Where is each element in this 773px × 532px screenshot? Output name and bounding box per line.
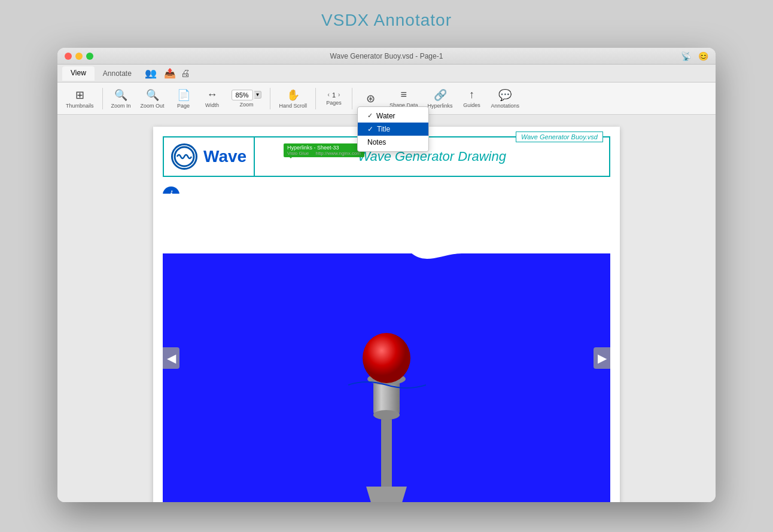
- zoom-input[interactable]: [232, 90, 253, 100]
- wave-logo: [171, 143, 197, 170]
- maximize-button[interactable]: [86, 53, 93, 60]
- thumbnails-button[interactable]: ⊞ Thumbnails: [62, 87, 98, 110]
- hand-scroll-button[interactable]: ✋ Hand Scroll: [275, 87, 311, 110]
- layers-menu: Water Title Notes: [357, 106, 429, 152]
- page-next-button[interactable]: ›: [338, 91, 340, 98]
- width-button[interactable]: ↔ Width: [199, 87, 226, 109]
- zoom-control[interactable]: ▼ Zoom: [228, 88, 266, 109]
- layers-icon: ⊛: [366, 92, 375, 105]
- toolbar: ⊞ Thumbnails 🔍 Zoom In 🔍 Zoom Out 📄 Page…: [57, 82, 716, 115]
- layer-water[interactable]: Water: [358, 109, 428, 123]
- pages-nav[interactable]: ‹ 1 › Pages: [321, 90, 347, 107]
- svg-point-11: [363, 333, 410, 383]
- layer-title[interactable]: Title: [358, 123, 428, 136]
- window: Wave Generator Buoy.vsd - Page-1 📡 😊 Vie…: [57, 48, 716, 502]
- separator-4: [352, 88, 352, 109]
- hand-scroll-icon: ✋: [287, 88, 300, 102]
- wave-illustration: ◀ ▶: [163, 192, 610, 502]
- width-label: Width: [205, 102, 219, 108]
- annotations-button[interactable]: 💬 Annotations: [488, 87, 524, 110]
- page-canvas: Hyperlinks - Sheet-33 Visio Glue http://…: [153, 127, 620, 502]
- user-icon[interactable]: 😊: [698, 51, 708, 61]
- separator-2: [270, 88, 270, 109]
- page-label: Page: [177, 103, 190, 109]
- guides-label: Guides: [463, 102, 480, 108]
- titlebar: Wave Generator Buoy.vsd - Page-1 📡 😊: [57, 48, 716, 65]
- zoom-out-icon: 🔍: [146, 88, 159, 102]
- hyperlink-tooltip-label: Hyperlinks - Sheet-33: [287, 145, 339, 151]
- people-icon: 👥: [145, 68, 157, 79]
- share-icon: 📤: [164, 68, 176, 79]
- zoom-out-button[interactable]: 🔍 Zoom Out: [137, 87, 168, 110]
- zoom-label: Zoom: [240, 102, 254, 108]
- rss-icon[interactable]: 📡: [681, 51, 691, 61]
- thumbnails-label: Thumbnails: [66, 103, 94, 109]
- zoom-in-label: Zoom In: [111, 103, 131, 109]
- page-prev-button[interactable]: ‹: [328, 91, 330, 98]
- wave-label: Wave: [203, 147, 246, 166]
- hyperlinks-icon: 🔗: [434, 88, 447, 102]
- close-button[interactable]: [65, 53, 72, 60]
- file-label: Wave Generator Buoy.vsd: [516, 132, 603, 142]
- layers-button[interactable]: ⊛ Water Title Notes: [357, 91, 384, 106]
- layer-notes[interactable]: Notes: [358, 136, 428, 149]
- zoom-out-label: Zoom Out: [141, 103, 165, 109]
- page-nav-right[interactable]: ▶: [594, 347, 610, 369]
- page-number: 1: [332, 91, 336, 99]
- separator-3: [315, 88, 316, 109]
- svg-rect-3: [381, 415, 392, 487]
- tab-annotate[interactable]: Annotate: [95, 67, 140, 80]
- annotations-label: Annotations: [491, 103, 520, 109]
- titlebar-actions: 📡 😊: [681, 51, 708, 61]
- annotations-icon: 💬: [498, 88, 512, 102]
- traffic-lights: [65, 53, 93, 60]
- hyperlink-tooltip-url: Visio Glue http://www.nginx.com: [287, 151, 361, 156]
- separator-1: [102, 88, 103, 109]
- zoom-in-icon: 🔍: [114, 88, 127, 102]
- minimize-button[interactable]: [75, 53, 83, 60]
- hyperlinks-label: Hyperlinks: [428, 103, 453, 109]
- zoom-in-button[interactable]: 🔍 Zoom In: [108, 87, 135, 110]
- hyperlink-tooltip: Hyperlinks - Sheet-33 Visio Glue http://…: [284, 143, 364, 157]
- page-icon: 📄: [177, 88, 190, 102]
- svg-point-9: [373, 410, 400, 420]
- main-content: Hyperlinks - Sheet-33 Visio Glue http://…: [57, 115, 716, 502]
- print-icon: 🖨: [181, 68, 190, 79]
- width-icon: ↔: [207, 88, 218, 101]
- pages-label: Pages: [326, 100, 342, 106]
- app-title: VSDX Annotator: [321, 11, 452, 30]
- page-nav-left[interactable]: ◀: [163, 347, 179, 369]
- shape-data-icon: ≡: [401, 88, 407, 101]
- tab-view[interactable]: View: [62, 66, 95, 81]
- window-title: Wave Generator Buoy.vsd - Page-1: [330, 52, 443, 60]
- page-button[interactable]: 📄 Page: [171, 87, 197, 110]
- thumbnails-icon: ⊞: [75, 88, 84, 102]
- hand-scroll-label: Hand Scroll: [279, 103, 307, 109]
- hyperlinks-button[interactable]: 🔗 Hyperlinks: [424, 87, 457, 110]
- canvas-area[interactable]: Hyperlinks - Sheet-33 Visio Glue http://…: [57, 115, 716, 502]
- logo-box: Wave: [164, 137, 255, 176]
- guides-button[interactable]: ↑ Guides: [459, 87, 485, 109]
- guides-icon: ↑: [469, 88, 474, 101]
- tabbar: View Annotate 👥 📤 🖨: [57, 65, 716, 82]
- svg-marker-4: [366, 487, 407, 502]
- zoom-dropdown-button[interactable]: ▼: [254, 91, 262, 99]
